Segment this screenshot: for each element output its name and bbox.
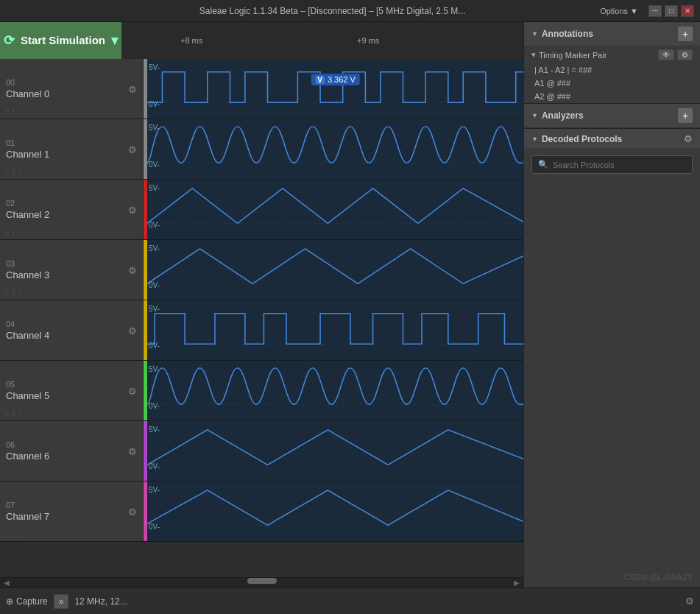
channel-3-label: 03 Channel 3 ⚙ ⋮⋮⋮: [0, 240, 144, 300]
channel-5-num: 05: [6, 380, 137, 389]
analyzers-title: Analyzers: [542, 110, 584, 121]
channel-2-gear-icon[interactable]: ⚙: [128, 204, 137, 215]
decoded-protocols-header[interactable]: ▼ Decoded Protocols ⚙: [524, 129, 700, 149]
analyzers-add-button[interactable]: +: [678, 108, 693, 123]
right-panel: ▼ Annotations + ▾ Timing Marker Pair 👁 ⚙…: [523, 22, 700, 587]
channel-4-dots: ⋮⋮⋮: [3, 350, 25, 357]
channel-3-gear-icon[interactable]: ⚙: [128, 264, 137, 275]
capture-button[interactable]: ⊕ Capture: [6, 596, 48, 607]
marker-eye-button[interactable]: 👁: [658, 49, 674, 60]
frequency-label: 12 MHz, 12...: [74, 596, 679, 607]
channel-1-gear-icon[interactable]: ⚙: [128, 144, 137, 155]
channel-4-label: 04 Channel 4 ⚙ ⋮⋮⋮: [0, 300, 144, 360]
options-button[interactable]: Options ▼: [600, 7, 638, 15]
channel-4-wave: 5V- 0V-: [147, 300, 523, 360]
analyzers-triangle-icon: ▼: [531, 112, 538, 119]
maximize-button[interactable]: □: [665, 5, 678, 17]
spin-arrows-icon: ⟳: [4, 32, 15, 49]
decoded-protocols-section: ▼ Decoded Protocols ⚙ 🔍: [524, 129, 700, 587]
channel-2-num: 02: [6, 199, 137, 208]
channel-5-gear-icon[interactable]: ⚙: [128, 385, 137, 396]
chevron-down-icon: ▾: [111, 32, 118, 49]
channel-row: 04 Channel 4 ⚙ ⋮⋮⋮ 5V- 0V-: [0, 300, 523, 361]
channel-4-name: Channel 4: [6, 330, 137, 341]
channels-list: 00 Channel 0 ⚙ ⋮⋮⋮ 5V- 0V- V 3.362 V: [0, 59, 523, 577]
timing-marker-label: Timing Marker Pair: [539, 51, 655, 60]
channel-row: 05 Channel 5 ⚙ ⋮⋮⋮ 5V- 0V-: [0, 361, 523, 421]
channel-6-gear-icon[interactable]: ⚙: [128, 445, 137, 456]
channel-2-wave: 5V- 0V-: [147, 180, 523, 239]
channel-1-num: 01: [6, 138, 137, 147]
annotations-header[interactable]: ▼ Annotations +: [524, 22, 700, 46]
channel-5-name: Channel 5: [6, 390, 137, 401]
time-ruler: +8 ms +9 ms: [121, 22, 523, 59]
annotations-add-button[interactable]: +: [678, 27, 693, 41]
window-title: Saleae Logic 1.1.34 Beta – [Disconnected…: [65, 6, 600, 16]
search-protocols-input[interactable]: [553, 160, 686, 169]
channel-7-gear-icon[interactable]: ⚙: [128, 506, 137, 517]
time-mark-1: +8 ms: [180, 36, 202, 45]
v-icon: V: [315, 76, 325, 84]
channel-4-num: 04: [6, 320, 137, 328]
channel-2-label: 02 Channel 2 ⚙ ⋮⋮⋮: [0, 180, 144, 239]
title-bar: Saleae Logic 1.1.34 Beta – [Disconnected…: [0, 0, 700, 22]
channel-1-wave: 5V- 0V-: [147, 119, 523, 179]
decoded-protocols-title: Decoded Protocols: [542, 134, 622, 144]
channel-7-wave: 5V- 0V-: [147, 481, 523, 541]
channel-row: 02 Channel 2 ⚙ ⋮⋮⋮ 5V- 0V-: [0, 180, 523, 240]
channel-0-num: 00: [6, 78, 137, 87]
horizontal-scrollbar[interactable]: ◀ ▶: [0, 577, 523, 587]
channel-0-wave: 5V- 0V- V 3.362 V: [147, 59, 523, 119]
scroll-thumb[interactable]: [247, 578, 277, 584]
channel-1-name: Channel 1: [6, 149, 137, 160]
capture-label: Capture: [16, 596, 48, 607]
voltage-value: 3.362 V: [328, 75, 356, 84]
analyzers-header[interactable]: ▼ Analyzers +: [524, 104, 700, 128]
capture-icon: ⊕: [6, 596, 13, 607]
expand-arrow-button[interactable]: »: [54, 594, 69, 609]
channel-2-name: Channel 2: [6, 209, 137, 220]
annotation-formula: | A1 - A2 | = ###: [524, 63, 700, 77]
bottom-bar: ⊕ Capture » 12 MHz, 12... ⚙: [0, 587, 700, 614]
annotations-title: Annotations: [542, 29, 593, 39]
channel-row: 01 Channel 1 ⚙ ⋮⋮⋮ 5V- 0V-: [0, 119, 523, 180]
channel-7-num: 07: [6, 501, 137, 509]
search-protocols-box[interactable]: 🔍: [531, 155, 693, 174]
channel-6-dots: ⋮⋮⋮: [3, 470, 25, 478]
annotations-triangle-icon: ▼: [531, 30, 538, 38]
minimize-button[interactable]: ─: [648, 5, 662, 17]
scroll-right-icon[interactable]: ▶: [512, 579, 522, 587]
annotation-a2: A2 @ ###: [524, 90, 700, 103]
watermark: CSDN @L-GRAZY: [624, 573, 693, 582]
channel-6-label: 06 Channel 6 ⚙ ⋮⋮⋮: [0, 421, 144, 481]
channel-row: 06 Channel 6 ⚙ ⋮⋮⋮ 5V- 0V-: [0, 421, 523, 481]
channel-7-label: 07 Channel 7 ⚙ ⋮⋮⋮: [0, 481, 144, 541]
channel-row: 07 Channel 7 ⚙ ⋮⋮⋮ 5V- 0V-: [0, 481, 523, 542]
channel-4-gear-icon[interactable]: ⚙: [128, 325, 137, 336]
scroll-left-icon[interactable]: ◀: [1, 579, 12, 587]
decoded-protocols-gear-button[interactable]: ⚙: [684, 133, 693, 144]
channel-3-wave: 5V- 0V-: [147, 240, 523, 300]
channel-7-name: Channel 7: [6, 511, 137, 522]
channel-row: 03 Channel 3 ⚙ ⋮⋮⋮ 5V- 0V-: [0, 240, 523, 300]
channel-0-gear-icon[interactable]: ⚙: [128, 83, 137, 94]
channel-5-dots: ⋮⋮⋮: [3, 410, 25, 417]
channel-panel: ⟳ Start Simulation ▾ +8 ms +9 ms 00 Chan…: [0, 22, 523, 587]
channel-3-num: 03: [6, 259, 137, 268]
toolbar: ⟳ Start Simulation ▾ +8 ms +9 ms: [0, 22, 523, 59]
voltage-tooltip: V 3.362 V: [311, 74, 360, 85]
channel-5-wave: 5V- 0V-: [147, 361, 523, 420]
settings-icon[interactable]: ⚙: [685, 596, 694, 607]
channel-1-label: 01 Channel 1 ⚙ ⋮⋮⋮: [0, 119, 144, 179]
filter-icon: ▾: [531, 50, 536, 60]
timing-marker-row: ▾ Timing Marker Pair 👁 ⚙: [524, 46, 700, 63]
channel-6-wave: 5V- 0V-: [147, 421, 523, 481]
start-simulation-button[interactable]: ⟳ Start Simulation ▾: [0, 22, 121, 59]
marker-gear-button[interactable]: ⚙: [677, 49, 693, 60]
channel-row: 00 Channel 0 ⚙ ⋮⋮⋮ 5V- 0V- V 3.362 V: [0, 59, 523, 119]
channel-6-num: 06: [6, 440, 137, 449]
channel-3-name: Channel 3: [6, 269, 137, 280]
close-button[interactable]: ✕: [681, 5, 694, 17]
channel-3-dots: ⋮⋮⋮: [3, 289, 25, 297]
annotations-section: ▼ Annotations + ▾ Timing Marker Pair 👁 ⚙…: [524, 22, 700, 104]
